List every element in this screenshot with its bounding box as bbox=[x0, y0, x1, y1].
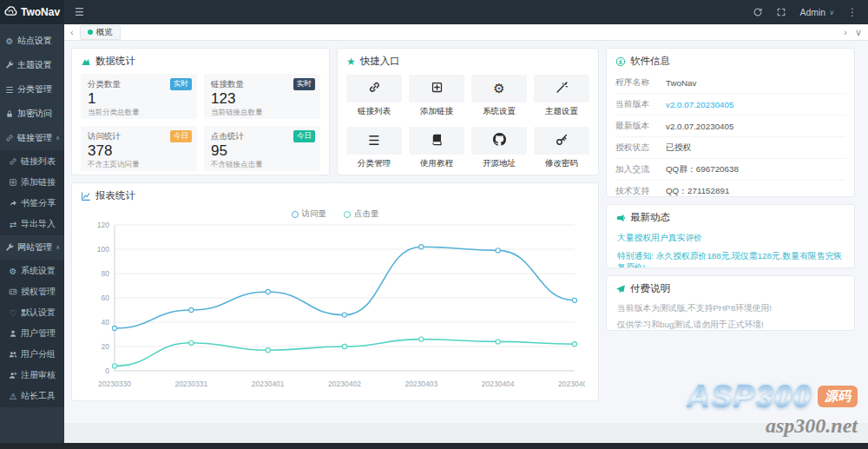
tabs-dropdown-icon[interactable]: ∨ bbox=[855, 28, 862, 37]
sidebar-item-user-group[interactable]: 用户分组 bbox=[0, 344, 64, 365]
tools-icon bbox=[4, 243, 15, 252]
topbar-main: ☰ Admin ∨ ⋮ bbox=[64, 0, 868, 24]
tab-active-dot-icon bbox=[88, 30, 93, 35]
stat-card-desc: 当前分类总数量 bbox=[88, 108, 190, 118]
data-point-marker bbox=[342, 344, 346, 348]
sidebar-item-label: 添加链接 bbox=[21, 176, 56, 188]
software-info-table: 程序名称TwoNav当前版本v2.0.07.20230405最新版本v2.0.0… bbox=[607, 72, 854, 197]
sidebar-item-link-list[interactable]: 链接列表 bbox=[0, 151, 64, 172]
sidebar-item-bookmark-share[interactable]: 书签分享 bbox=[0, 193, 64, 214]
x-tick-label: 20230405 bbox=[558, 380, 585, 388]
info-row-value: QQ：271152891 bbox=[666, 186, 729, 197]
data-point-marker bbox=[112, 364, 116, 368]
app-logo[interactable]: TwoNav bbox=[0, 0, 64, 24]
quick-entry-icon-box bbox=[409, 127, 464, 155]
tabs-scroll-left-icon[interactable]: ‹ bbox=[70, 28, 74, 37]
data-point-marker bbox=[112, 326, 116, 330]
x-tick-label: 20230401 bbox=[252, 380, 285, 388]
sidebar-item-system-settings[interactable]: ⚙系统设置 bbox=[0, 261, 64, 281]
news-link-1[interactable]: 特别通知: 永久授权原价188元,现仅需128元,数量有限售完恢复原价! bbox=[617, 248, 844, 268]
sidebar-item-user-manage[interactable]: 用户管理 bbox=[0, 323, 64, 344]
y-tick-label: 60 bbox=[102, 294, 110, 302]
refresh-icon[interactable] bbox=[753, 7, 763, 17]
hamburger-icon[interactable]: ☰ bbox=[75, 6, 84, 18]
news-panel-header: 最新动态 bbox=[607, 205, 854, 228]
news-link-0[interactable]: 大量授权用户真实评价 bbox=[617, 229, 844, 248]
sidebar-item-encrypted-access[interactable]: 加密访问 bbox=[0, 102, 64, 126]
quick-entry-category-manage[interactable]: ☰分类管理 bbox=[346, 127, 402, 169]
quick-entry-system-settings[interactable]: ⚙系统设置 bbox=[471, 75, 527, 117]
sidebar-item-theme-settings[interactable]: 主题设置 bbox=[0, 53, 64, 77]
user-plus-icon bbox=[8, 371, 18, 380]
sidebar-item-add-link[interactable]: 添加链接 bbox=[0, 172, 64, 193]
y-tick-label: 20 bbox=[102, 342, 110, 351]
plus-square-icon bbox=[431, 81, 444, 96]
swap-icon: ⇄ bbox=[8, 220, 18, 229]
info-row-label: 技术支持 bbox=[615, 186, 666, 197]
quick-entry-link-list[interactable]: 链接列表 bbox=[346, 75, 402, 117]
quick-entry-theme-settings[interactable]: 主题设置 bbox=[534, 75, 589, 117]
sidebar-item-label: 站点设置 bbox=[17, 35, 52, 47]
sidebar-item-auth-manage[interactable]: 授权管理 bbox=[0, 281, 64, 302]
stat-card-2: 访问统计378不含主页访问量今日 bbox=[81, 126, 197, 171]
area-chart-icon bbox=[81, 56, 91, 67]
tabs-scroll-right-icon[interactable]: › bbox=[844, 28, 847, 37]
series-line-1 bbox=[115, 340, 575, 366]
data-point-marker bbox=[572, 298, 576, 302]
info-row-label: 最新版本 bbox=[615, 121, 666, 132]
quick-entry-icon-box: ⚙ bbox=[471, 75, 527, 102]
sidebar-item-default-settings[interactable]: ♡默认设置 bbox=[0, 302, 64, 323]
sidebar-item-category-manage[interactable]: ☰分类管理 bbox=[0, 77, 64, 102]
user-icon bbox=[8, 329, 18, 338]
quick-panel-header: ★ 快捷入口 bbox=[338, 49, 598, 72]
quick-entry-add-link[interactable]: 添加链接 bbox=[409, 75, 464, 117]
sidebar-item-webmaster-tools[interactable]: ⚠站长工具 bbox=[0, 386, 64, 406]
tabbar: ‹ 概览 › ∨ bbox=[64, 24, 868, 41]
sidebar-submenu-link-manage: 链接列表添加链接书签分享⇄导出导入 bbox=[0, 150, 64, 235]
quick-entry-tutorial[interactable]: 使用教程 bbox=[409, 127, 464, 169]
quick-entry-open-source[interactable]: 开源地址 bbox=[471, 127, 527, 169]
info-row-1: 当前版本v2.0.07.20230405 bbox=[615, 94, 845, 116]
sidebar-item-label: 授权管理 bbox=[21, 286, 56, 298]
info-row-3: 授权状态已授权 bbox=[615, 137, 845, 159]
info-row-0: 程序名称TwoNav bbox=[615, 72, 845, 94]
admin-menu[interactable]: Admin ∨ bbox=[799, 7, 834, 17]
sidebar-item-import-export[interactable]: ⇄导出导入 bbox=[0, 214, 64, 234]
right-column: 软件信息 程序名称TwoNav当前版本v2.0.07.20230405最新版本v… bbox=[606, 48, 855, 401]
sidebar-item-register-audit[interactable]: 注册审核 bbox=[0, 365, 64, 386]
wand-icon bbox=[556, 81, 569, 96]
bottom-strip bbox=[0, 443, 868, 449]
info-row-value[interactable]: v2.0.07.20230405 bbox=[666, 100, 733, 109]
bullhorn-icon bbox=[615, 213, 626, 223]
notice-line-1: 仅供学习和bug测试,请勿用于正式环境! bbox=[617, 317, 844, 331]
y-tick-label: 0 bbox=[105, 366, 109, 375]
sidebar-item-label: 导出导入 bbox=[21, 218, 56, 230]
x-tick-label: 20230404 bbox=[482, 380, 515, 388]
chart-legend-item-1[interactable]: 点击量 bbox=[344, 208, 379, 220]
info-row-value: 已授权 bbox=[666, 142, 691, 154]
watermark-brand: ASP300 bbox=[687, 380, 812, 413]
chart-legend-item-0[interactable]: 访问量 bbox=[292, 208, 327, 220]
admin-label: Admin bbox=[799, 7, 825, 17]
data-point-marker bbox=[496, 248, 500, 253]
sidebar-item-site-manage[interactable]: 网站管理∧ bbox=[0, 235, 64, 260]
kebab-menu-icon[interactable]: ⋮ bbox=[847, 6, 858, 18]
data-point-marker bbox=[266, 348, 270, 353]
info-row-2: 最新版本v2.0.07.20230405 bbox=[615, 116, 845, 137]
x-tick-label: 20230331 bbox=[174, 380, 207, 388]
link-icon bbox=[4, 134, 15, 142]
tab-overview[interactable]: 概览 bbox=[80, 25, 121, 40]
y-tick-label: 40 bbox=[102, 318, 110, 327]
data-point-marker bbox=[496, 340, 500, 344]
stat-card-desc: 不含链接点击量 bbox=[211, 160, 313, 170]
quick-entry-label: 系统设置 bbox=[471, 106, 527, 117]
sidebar-item-link-manage[interactable]: 链接管理∧ bbox=[0, 126, 64, 150]
stat-card-badge: 今日 bbox=[170, 130, 192, 142]
stat-card-value: 123 bbox=[211, 90, 313, 108]
quick-entry-change-password[interactable]: 修改密码 bbox=[534, 127, 589, 169]
x-tick-label: 20230403 bbox=[404, 380, 437, 388]
notice-panel-header: 付费说明 bbox=[607, 276, 854, 300]
sidebar-item-label: 书签分享 bbox=[21, 197, 56, 209]
sidebar-item-site-settings[interactable]: ⚙站点设置 bbox=[0, 29, 64, 53]
fullscreen-icon[interactable] bbox=[776, 7, 786, 17]
